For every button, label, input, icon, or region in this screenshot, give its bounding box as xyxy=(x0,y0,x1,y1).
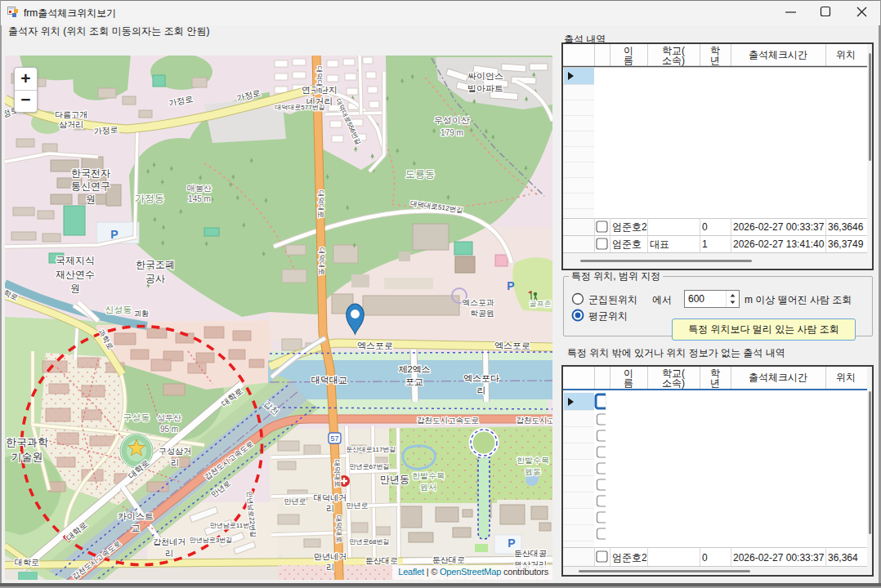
svg-text:P: P xyxy=(508,537,515,550)
svg-text:골프존: 골프존 xyxy=(530,300,552,308)
svg-text:대덕대로: 대덕대로 xyxy=(318,247,326,275)
svg-text:대덕대로: 대덕대로 xyxy=(317,190,325,218)
svg-text:성두산: 성두산 xyxy=(157,413,181,422)
svg-text:름: 름 xyxy=(624,55,633,66)
svg-text:만년로68번길: 만년로68번길 xyxy=(350,538,390,546)
svg-text:만년로: 만년로 xyxy=(284,497,306,506)
svg-text:갑천도시고6: 갑천도시고6 xyxy=(517,416,552,425)
svg-text:교: 교 xyxy=(132,523,141,532)
svg-text:리: 리 xyxy=(326,504,334,513)
svg-text:만년네거: 만년네거 xyxy=(314,552,347,561)
svg-text:재산연수: 재산연수 xyxy=(56,269,95,280)
svg-text:한국과학: 한국과학 xyxy=(6,436,48,448)
svg-text:36,3749: 36,3749 xyxy=(828,238,864,250)
svg-text:원동: 원동 xyxy=(525,467,541,476)
svg-text:36,364: 36,364 xyxy=(828,552,858,564)
svg-text:2026-02-27 00:33:37: 2026-02-27 00:33:37 xyxy=(733,552,825,564)
svg-text:한밭수목: 한밭수목 xyxy=(412,471,445,480)
svg-text:0: 0 xyxy=(702,221,708,233)
svg-text:57: 57 xyxy=(330,434,338,443)
svg-text:포교: 포교 xyxy=(405,376,423,386)
svg-text:출석체크시간: 출석체크시간 xyxy=(749,372,807,383)
svg-text:갑천네거: 갑천네거 xyxy=(153,537,186,546)
svg-text:괴황: 괴황 xyxy=(134,310,149,318)
svg-text:2026-02-27 00:33:37: 2026-02-27 00:33:37 xyxy=(733,221,825,233)
svg-text:다름고개: 다름고개 xyxy=(55,110,87,119)
svg-text:만년로: 만년로 xyxy=(347,501,369,510)
svg-text:만년동: 만년동 xyxy=(380,474,409,485)
svg-text:1: 1 xyxy=(702,238,708,250)
svg-text:만년로67번길: 만년로67번길 xyxy=(350,463,390,470)
svg-text:기술원: 기술원 xyxy=(11,451,43,463)
svg-text:36,3646: 36,3646 xyxy=(828,221,864,233)
svg-text:둔산대로: 둔산대로 xyxy=(432,555,465,564)
svg-text:갑천도시고속도로: 갑천도시고속도로 xyxy=(417,416,479,425)
svg-text:원서: 원서 xyxy=(420,483,436,492)
svg-text:95 m: 95 m xyxy=(160,425,178,434)
svg-text:름: 름 xyxy=(624,377,633,389)
svg-text:179 m: 179 m xyxy=(440,128,463,137)
svg-text:대덕대로577번길: 대덕대로577번길 xyxy=(275,104,324,111)
svg-text:한밭수목: 한밭수목 xyxy=(517,456,549,465)
svg-text:엑스포로: 엑스포로 xyxy=(494,341,530,350)
svg-text:리: 리 xyxy=(477,385,486,395)
svg-text:P: P xyxy=(110,228,118,241)
svg-text:년: 년 xyxy=(710,55,720,66)
svg-text:년: 년 xyxy=(710,377,720,389)
svg-text:리: 리 xyxy=(171,458,179,467)
svg-text:대덕대로: 대덕대로 xyxy=(333,460,342,488)
svg-text:리: 리 xyxy=(326,563,334,572)
svg-text:소속): 소속) xyxy=(662,377,685,389)
svg-text:도룡동: 도룡동 xyxy=(405,168,435,180)
svg-text:제2엑스: 제2엑스 xyxy=(398,364,430,374)
svg-text:구성동: 구성동 xyxy=(123,412,150,422)
svg-text:대덕네거: 대덕네거 xyxy=(314,493,347,502)
svg-text:엑스포다: 엑스포다 xyxy=(463,373,499,383)
svg-text:통신연구: 통신연구 xyxy=(71,180,110,192)
svg-text:위치: 위치 xyxy=(836,49,856,60)
svg-text:가정동: 가정동 xyxy=(135,193,164,204)
svg-text:엑스포과: 엑스포과 xyxy=(462,298,494,307)
svg-text:출석체크시간: 출석체크시간 xyxy=(749,49,807,60)
svg-text:대덕대교: 대덕대교 xyxy=(311,375,347,385)
svg-text:엑스포로: 엑스포로 xyxy=(357,341,393,350)
svg-text:2026-02-27 13:41:40: 2026-02-27 13:41:40 xyxy=(733,238,825,250)
svg-text:우성이산: 우성이산 xyxy=(434,115,470,125)
svg-text:대표: 대표 xyxy=(650,238,669,250)
svg-text:원: 원 xyxy=(70,283,80,294)
svg-text:학공원: 학공원 xyxy=(470,309,494,318)
svg-text:원: 원 xyxy=(86,194,96,205)
svg-text:공사: 공사 xyxy=(145,273,165,284)
svg-text:삼거리: 삼거리 xyxy=(59,120,83,129)
svg-text:엄준호2: 엄준호2 xyxy=(612,552,647,564)
svg-text:만년남로3번길: 만년남로3번길 xyxy=(190,537,232,544)
svg-text:한국전자: 한국전자 xyxy=(71,167,110,179)
svg-text:위치: 위치 xyxy=(836,372,856,383)
svg-text:145 m: 145 m xyxy=(188,194,211,203)
svg-text:둔산대로: 둔산대로 xyxy=(365,556,398,565)
svg-text:빌아파트: 빌아파트 xyxy=(467,83,503,93)
svg-text:싸이언스: 싸이언스 xyxy=(467,71,503,81)
svg-text:P: P xyxy=(507,279,514,292)
svg-text:한국조폐: 한국조폐 xyxy=(136,259,175,270)
svg-text:0: 0 xyxy=(702,552,708,564)
svg-text:대학로: 대학로 xyxy=(15,558,39,567)
svg-text:엄준호: 엄준호 xyxy=(612,238,642,250)
svg-text:대덕대로: 대덕대로 xyxy=(315,66,324,94)
svg-text:신성동: 신성동 xyxy=(105,305,132,314)
svg-text:구성삼거: 구성삼거 xyxy=(159,447,191,456)
svg-text:소속): 소속) xyxy=(662,55,685,66)
svg-text:대덕대로: 대덕대로 xyxy=(334,515,343,543)
svg-text:매봉산: 매봉산 xyxy=(187,184,212,193)
svg-text:리: 리 xyxy=(165,549,173,558)
svg-text:엄준호2: 엄준호2 xyxy=(612,221,647,233)
svg-text:둔산대로117번길: 둔산대로117번길 xyxy=(347,446,396,453)
svg-text:국제지식: 국제지식 xyxy=(56,255,95,266)
svg-text:둔산대공: 둔산대공 xyxy=(514,549,547,558)
svg-text:카이스트: 카이스트 xyxy=(118,511,154,521)
